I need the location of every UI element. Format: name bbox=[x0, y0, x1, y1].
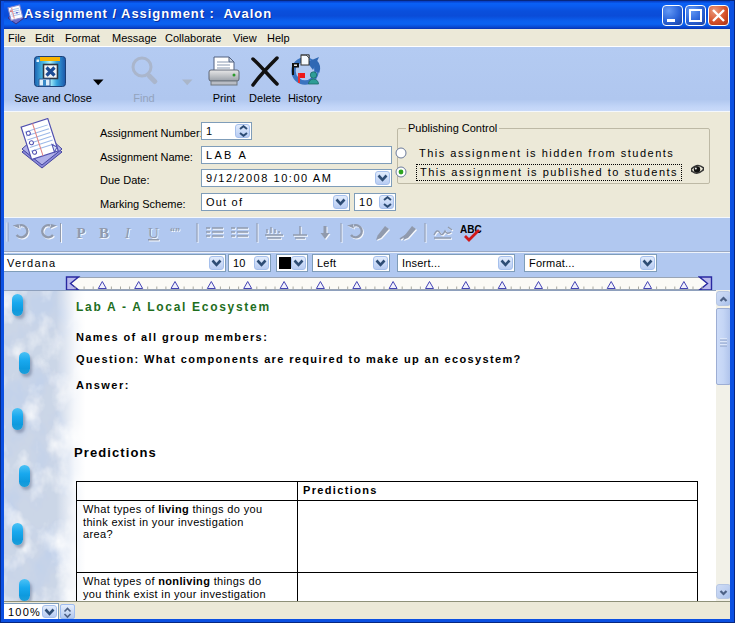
svg-text:I: I bbox=[124, 225, 131, 241]
svg-text:“”: “” bbox=[170, 226, 180, 237]
svg-text:P: P bbox=[77, 225, 86, 241]
svg-text:B: B bbox=[99, 225, 109, 241]
svg-text:U: U bbox=[148, 225, 159, 241]
